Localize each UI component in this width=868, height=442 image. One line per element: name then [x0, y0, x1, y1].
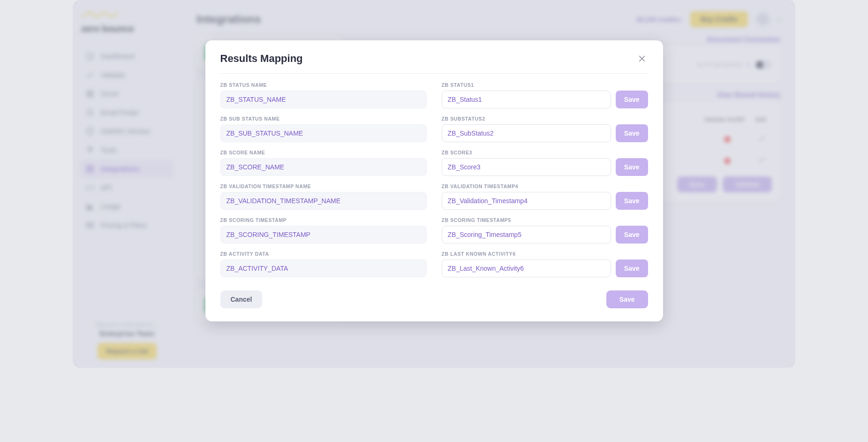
row-save-button[interactable]: Save: [616, 226, 648, 244]
source-field-input: [220, 259, 427, 277]
row-save-button[interactable]: Save: [616, 192, 648, 210]
mapping-target-group: ZB STATUS1Save: [442, 82, 648, 108]
field-label: ZB VALIDATION TIMESTAMP4: [442, 183, 648, 189]
modal-body: ZB STATUS NAMEZB STATUS1SaveZB SUB STATU…: [205, 74, 663, 280]
close-icon[interactable]: [636, 53, 648, 65]
mapping-source-group: ZB ACTIVITY DATA: [220, 251, 427, 277]
field-label: ZB SUB STATUS NAME: [220, 116, 427, 122]
mapping-target-group: ZB SUBSTATUS2Save: [442, 116, 648, 142]
target-field-input[interactable]: [442, 124, 611, 142]
target-field-input[interactable]: [442, 226, 611, 244]
target-field-input[interactable]: [442, 259, 611, 277]
mapping-source-group: ZB SCORE NAME: [220, 150, 427, 176]
mapping-target-group: ZB SCORE3Save: [442, 150, 648, 176]
target-field-input[interactable]: [442, 91, 611, 108]
field-label: ZB STATUS NAME: [220, 82, 427, 88]
mapping-source-group: ZB SCORING TIMESTAMP: [220, 217, 427, 244]
source-field-input: [220, 91, 427, 108]
source-field-input: [220, 192, 427, 210]
field-label: ZB VALIDATION TIMESTAMP NAME: [220, 183, 427, 189]
mapping-target-group: ZB LAST KNOWN ACTIVITY6Save: [442, 251, 648, 277]
results-mapping-modal: Results Mapping ZB STATUS NAMEZB STATUS1…: [205, 40, 663, 321]
mapping-target-group: ZB VALIDATION TIMESTAMP4Save: [442, 183, 648, 210]
mapping-source-group: ZB SUB STATUS NAME: [220, 116, 427, 142]
row-save-button[interactable]: Save: [616, 124, 648, 142]
target-field-input[interactable]: [442, 158, 611, 176]
row-save-button[interactable]: Save: [616, 158, 648, 176]
source-field-input: [220, 158, 427, 176]
row-save-button[interactable]: Save: [616, 91, 648, 108]
save-button[interactable]: Save: [606, 290, 648, 308]
field-label: ZB SCORE NAME: [220, 150, 427, 155]
field-label: ZB LAST KNOWN ACTIVITY6: [442, 251, 648, 257]
mapping-source-group: ZB STATUS NAME: [220, 82, 427, 108]
source-field-input: [220, 226, 427, 244]
mapping-target-group: ZB SCORING TIMESTAMP5Save: [442, 217, 648, 244]
field-label: ZB ACTIVITY DATA: [220, 251, 427, 257]
modal-title: Results Mapping: [220, 53, 303, 65]
field-label: ZB SCORING TIMESTAMP5: [442, 217, 648, 223]
source-field-input: [220, 124, 427, 142]
row-save-button[interactable]: Save: [616, 259, 648, 277]
field-label: ZB SCORING TIMESTAMP: [220, 217, 427, 223]
field-label: ZB SUBSTATUS2: [442, 116, 648, 122]
target-field-input[interactable]: [442, 192, 611, 210]
field-label: ZB SCORE3: [442, 150, 648, 155]
field-label: ZB STATUS1: [442, 82, 648, 88]
cancel-button[interactable]: Cancel: [220, 290, 263, 308]
mapping-source-group: ZB VALIDATION TIMESTAMP NAME: [220, 183, 427, 210]
